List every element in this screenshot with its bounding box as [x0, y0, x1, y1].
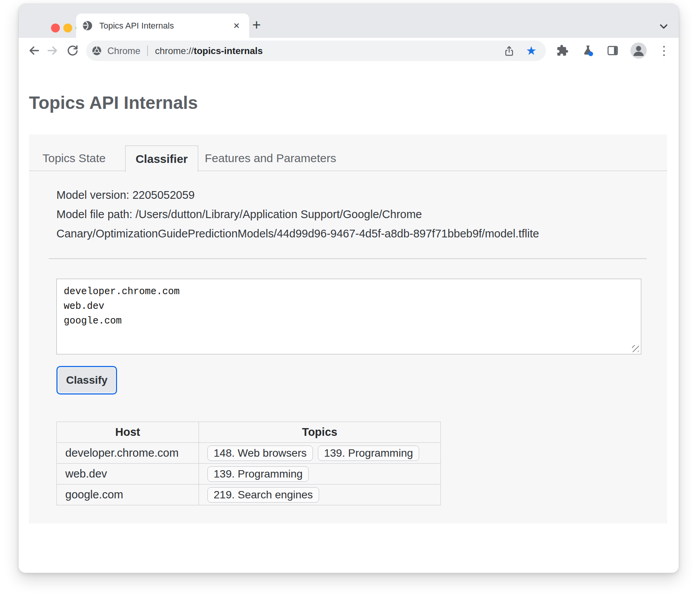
bookmark-star-icon[interactable]: ★: [526, 45, 537, 57]
model-path-line: Model file path: /Users/dutton/Library/A…: [56, 205, 624, 243]
hosts-input[interactable]: developer.chrome.com web.dev google.com: [56, 279, 641, 354]
topic-chip: 139. Programming: [207, 466, 309, 482]
tab-topics-state[interactable]: Topics State: [42, 146, 105, 171]
overflow-menu-icon[interactable]: ⋮: [657, 44, 671, 58]
tabs-divider: [29, 171, 667, 171]
back-icon[interactable]: [26, 43, 42, 58]
url-text[interactable]: chrome://topics-internals: [155, 46, 263, 56]
topic-chip: 139. Programming: [318, 445, 419, 461]
chrome-logo-icon: [92, 46, 102, 56]
table-row: google.com 219. Search engines: [57, 484, 440, 505]
tab-features-and-parameters[interactable]: Features and Parameters: [205, 146, 336, 171]
internals-panel: Topics State Classifier Features and Par…: [29, 134, 667, 523]
topics-cell: 219. Search engines: [199, 484, 440, 505]
browser-window: Topics API Internals ✕ +: [19, 4, 679, 573]
address-bar[interactable]: Chrome chrome://topics-internals ★: [86, 41, 546, 61]
table-row: web.dev 139. Programming: [57, 463, 440, 484]
side-panel-icon[interactable]: [606, 44, 620, 58]
close-window-button[interactable]: [51, 24, 60, 32]
host-column-header: Host: [57, 422, 199, 442]
experiments-beaker-icon[interactable]: [581, 44, 595, 58]
topics-column-header: Topics: [199, 422, 440, 442]
tab-strip: Topics API Internals ✕ +: [19, 4, 679, 38]
topic-chip: 219. Search engines: [207, 487, 319, 503]
url-brand-label: Chrome: [107, 46, 140, 56]
globe-favicon-icon: [82, 20, 93, 31]
browser-tab[interactable]: Topics API Internals ✕: [76, 14, 249, 38]
textarea-resize-handle[interactable]: [632, 345, 639, 352]
classify-button[interactable]: Classify: [56, 366, 117, 395]
minimize-window-button[interactable]: [63, 24, 72, 32]
page-title: Topics API Internals: [29, 93, 198, 113]
share-icon[interactable]: [503, 45, 515, 57]
model-info: Model version: 2205052059 Model file pat…: [56, 185, 624, 243]
desktop: { "browser": { "tab_title": "Topics API …: [0, 0, 700, 608]
results-table: Host Topics developer.chrome.com 148. We…: [56, 422, 441, 505]
topic-chip: 148. Web browsers: [207, 445, 313, 461]
host-cell: web.dev: [57, 464, 199, 484]
tab-title: Topics API Internals: [99, 21, 174, 31]
table-row: developer.chrome.com 148. Web browsers 1…: [57, 442, 440, 463]
tab-search-chevron-icon[interactable]: [657, 20, 671, 32]
section-divider: [49, 258, 647, 259]
model-version-line: Model version: 2205052059: [56, 185, 624, 205]
url-separator: [147, 46, 148, 56]
table-header-row: Host Topics: [57, 422, 440, 442]
browser-toolbar: Chrome chrome://topics-internals ★: [19, 38, 679, 63]
reload-icon[interactable]: [65, 43, 80, 58]
forward-icon[interactable]: [45, 43, 60, 58]
close-tab-icon[interactable]: ✕: [230, 20, 243, 32]
profile-avatar[interactable]: [630, 42, 647, 59]
host-cell: developer.chrome.com: [57, 443, 199, 463]
extensions-puzzle-icon[interactable]: [556, 44, 569, 58]
host-cell: google.com: [57, 484, 199, 505]
topics-cell: 148. Web browsers 139. Programming: [199, 443, 440, 463]
tab-classifier[interactable]: Classifier: [125, 146, 198, 172]
topics-cell: 139. Programming: [199, 464, 440, 484]
new-tab-button[interactable]: +: [249, 16, 264, 33]
